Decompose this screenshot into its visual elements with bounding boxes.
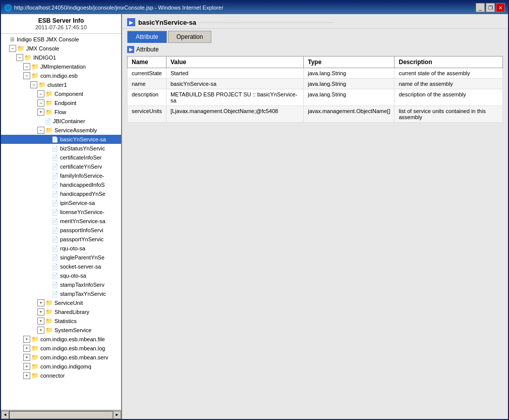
node-label: certificateInfoSer <box>60 154 102 161</box>
tree-node-endpoint[interactable]: −📁Endpoint <box>1 98 121 108</box>
node-label: basicYnService-sa <box>60 136 106 142</box>
doc-icon: 📄 <box>51 282 59 288</box>
tab-operation[interactable]: Operation <box>168 31 212 43</box>
cell-value[interactable]: Started <box>166 68 303 79</box>
tree-node-licenseyn[interactable]: 📄licenseYnService- <box>1 207 121 217</box>
node-label: JMImplementation <box>40 64 86 70</box>
tree-node-connector[interactable]: +📁connector <box>1 371 121 380</box>
tree-node-flow[interactable]: +📁Flow <box>1 108 121 117</box>
expander-icon[interactable]: − <box>23 72 30 79</box>
tree-node-serviceassembly[interactable]: −📁ServiceAssembly <box>1 126 121 135</box>
tree-node-socket-server-sa[interactable]: 📄socket-server-sa <box>1 262 121 271</box>
expander-icon[interactable]: + <box>37 327 44 334</box>
node-label: com.indigo.esb.mbean.serv <box>40 354 108 360</box>
folder-icon: 📁 <box>45 308 53 316</box>
expander-icon[interactable]: − <box>37 99 44 107</box>
doc-icon: 📄 <box>51 254 59 261</box>
expander-icon[interactable]: + <box>37 318 44 325</box>
folder-icon: 📁 <box>45 127 53 134</box>
node-label: stampTaxInfoServ <box>60 282 104 288</box>
tree-node-stamptaxinfo[interactable]: 📄stampTaxInfoServ <box>1 280 121 289</box>
expander-icon[interactable]: − <box>23 63 30 70</box>
tabs-bar: Attribute Operation <box>122 29 508 43</box>
server-info: ESB Server Info 2011-07-26 17:45:10 <box>1 14 121 34</box>
node-label: certificateYnServ <box>60 164 102 170</box>
table-row: currentState Started java.lang.String cu… <box>128 68 503 79</box>
col-type: Type <box>304 57 394 68</box>
node-label: com.indigo.esb.mbean.file <box>40 336 105 342</box>
tab-attribute[interactable]: Attribute <box>127 31 167 43</box>
node-label: passportInfoServi <box>60 227 103 233</box>
expander-icon[interactable]: − <box>37 90 44 97</box>
expander-icon[interactable]: + <box>23 336 30 343</box>
tree-node-squ-oto-sa[interactable]: 📄squ-oto-sa <box>1 271 121 280</box>
tree-node-merityn[interactable]: 📄meritYnService-sa <box>1 217 121 226</box>
tree-node-indigo1[interactable]: −📁INDIGO1 <box>1 53 121 62</box>
expander-icon[interactable]: + <box>37 308 44 316</box>
node-label: handicappedYnSe <box>60 191 105 197</box>
tree-node-com-indigo-mbean-serv[interactable]: +📁com.indigo.esb.mbean.serv <box>1 353 121 362</box>
cell-value[interactable]: METABUILD ESB PROJECT SU :: basicYnServi… <box>166 89 303 106</box>
tree-node-com-indigo-mbean-log[interactable]: +📁com.indigo.esb.mbean.log <box>1 344 121 353</box>
expander-icon[interactable]: + <box>23 345 30 352</box>
tree-node-ipinservice[interactable]: 📄ipinService-sa <box>1 198 121 207</box>
tree-node-sharedlibrary[interactable]: +📁SharedLibrary <box>1 307 121 317</box>
tree-node-bizstatusyn[interactable]: 📄bizStatusYnServic <box>1 144 121 153</box>
node-label: licenseYnService- <box>60 209 104 215</box>
scroll-right-button[interactable]: ► <box>113 411 121 419</box>
expander-icon[interactable]: − <box>30 81 37 88</box>
horizontal-scrollbar[interactable] <box>9 411 113 419</box>
tree-node-jbicontainer[interactable]: 📄JBIContainer <box>1 117 121 126</box>
tree-node-basicynservice-sa[interactable]: 📄basicYnService-sa <box>1 135 121 144</box>
expander-icon[interactable]: + <box>23 372 30 379</box>
tree-node-jmimplementation[interactable]: −📁JMImplementation <box>1 62 121 71</box>
tree-node-singleparentyn[interactable]: 📄singleParentYnSe <box>1 253 121 262</box>
tree-node-serviceunit[interactable]: +📁ServiceUnit <box>1 298 121 307</box>
tree-node-systemservice[interactable]: +📁SystemService <box>1 326 121 335</box>
cell-name: serviceUnits <box>128 106 166 123</box>
tree-node-familyinfo[interactable]: 📄familyInfoService- <box>1 171 121 180</box>
tree-node-certificateinfo[interactable]: 📄certificateInfoSer <box>1 153 121 162</box>
tree-node-com-indigo-indigomq[interactable]: +📁com.indigo.indigomq <box>1 362 121 371</box>
tree-node-indigo-esb-jmx[interactable]: 🖥Indigo ESB JMX Console <box>1 35 121 44</box>
doc-icon: 📄 <box>44 118 51 125</box>
restore-button[interactable]: ❐ <box>486 3 495 12</box>
table-header-row: Name Value Type Description <box>128 57 503 68</box>
tree-node-statistics[interactable]: +📁Statistics <box>1 317 121 326</box>
tree-node-rqu-oto-sa[interactable]: 📄rqu-oto-sa <box>1 244 121 253</box>
expander-icon[interactable]: + <box>37 299 44 306</box>
expander-icon[interactable]: + <box>23 363 30 370</box>
cell-name: name <box>128 79 166 89</box>
tree-node-certificateyn[interactable]: 📄certificateYnServ <box>1 162 121 171</box>
col-value: Value <box>166 57 303 68</box>
doc-icon: 📄 <box>51 145 59 152</box>
tree-node-com-indigo-esb[interactable]: −📁com.indigo.esb <box>1 71 121 80</box>
tree-node-jmx-console[interactable]: −📁JMX Console <box>1 44 121 53</box>
tree-node-handicappedyn[interactable]: 📄handicappedYnSe <box>1 189 121 198</box>
node-label: stampTaxYnServic <box>60 291 106 297</box>
expander-icon[interactable]: − <box>37 127 44 134</box>
cell-value[interactable]: [Ljavax.management.ObjectName;@fc5408 <box>166 106 303 123</box>
close-button[interactable]: ✕ <box>496 3 505 12</box>
tree-node-cluster1[interactable]: −📁cluster1 <box>1 80 121 89</box>
node-label: bizStatusYnServic <box>60 145 105 151</box>
cell-type: java.lang.String <box>304 89 394 106</box>
tree-node-component[interactable]: −📁Component <box>1 89 121 98</box>
expander-icon[interactable]: − <box>9 45 16 52</box>
expander-icon[interactable]: + <box>23 354 30 361</box>
scroll-left-button[interactable]: ◄ <box>1 411 9 419</box>
tree-node-passportyn[interactable]: 📄passportYnServic <box>1 235 121 244</box>
cell-value[interactable]: basicYnService-sa <box>166 79 303 89</box>
main-container: ESB Server Info 2011-07-26 17:45:10 🖥Ind… <box>1 14 508 419</box>
tree-node-handicappedinfo[interactable]: 📄handicappedInfoS <box>1 180 121 189</box>
minimize-button[interactable]: _ <box>476 3 485 12</box>
expander-icon[interactable]: − <box>16 54 23 61</box>
node-label: handicappedInfoS <box>60 182 105 188</box>
expander-icon[interactable]: + <box>37 109 44 116</box>
tree-node-stamptaxyn[interactable]: 📄stampTaxYnServic <box>1 289 121 298</box>
tree-area[interactable]: 🖥Indigo ESB JMX Console−📁JMX Console−📁IN… <box>1 34 121 410</box>
window: 🌐 http://localhost:24050/indigoesb/jcons… <box>0 0 509 420</box>
tree-node-com-indigo-mbean-file[interactable]: +📁com.indigo.esb.mbean.file <box>1 335 121 344</box>
tree-node-passportinfo[interactable]: 📄passportInfoServi <box>1 226 121 235</box>
cell-type: java.lang.String <box>304 68 394 79</box>
